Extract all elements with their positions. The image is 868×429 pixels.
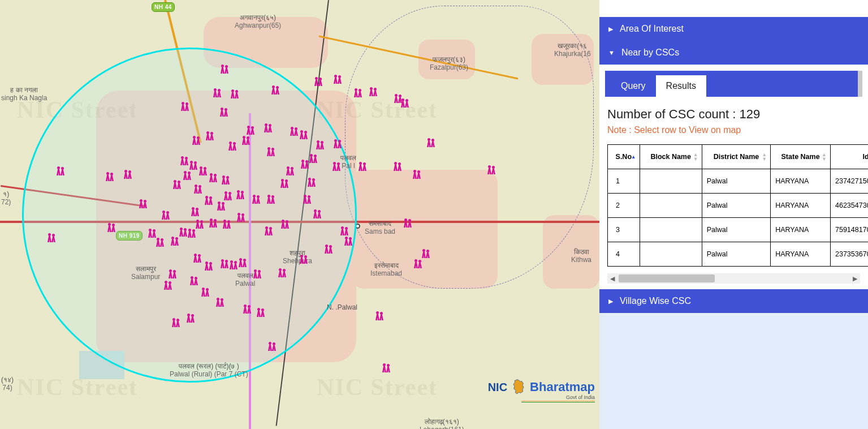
results-table: S.No ▲ Block Name ▲▼ District Name ▲▼ St… (607, 144, 868, 267)
col-id[interactable]: Id ▲▼ (831, 145, 868, 169)
results-table-wrap[interactable]: S.No ▲ Block Name ▲▼ District Name ▲▼ St… (599, 144, 868, 271)
accordion-nearby-cscs[interactable]: ▼ Near by CSCs (599, 41, 868, 65)
col-district[interactable]: District Name ▲▼ (702, 145, 770, 169)
table-row[interactable]: 2PalwalHARYANA462354730019 (608, 194, 869, 218)
col-sno[interactable]: S.No ▲ (608, 145, 640, 169)
cell-block (640, 218, 702, 242)
map-canvas[interactable]: NH 44 NH 919 NIC Street NIC Street NIC S… (0, 0, 599, 429)
tabs: Query Results (605, 71, 862, 97)
nearby-cscs-section: Query Results Number of CSC count : 129 … (599, 65, 868, 289)
accordion-village-wise-csc[interactable]: ▶ Village Wise CSC (599, 289, 868, 313)
accordion-label: Area Of Interest (620, 24, 684, 34)
cell-block (640, 194, 702, 218)
note-label: Note : Select row to View on map (607, 125, 860, 135)
table-row[interactable]: 1PalwalHARYANA237427150018 (608, 169, 869, 194)
cell-district: Palwal (702, 169, 770, 194)
accordion-area-of-interest[interactable]: ▶ Area Of Interest (599, 17, 868, 41)
table-row[interactable]: 4PalwalHARYANA237353670011 (608, 242, 869, 267)
cell-sno: 4 (608, 242, 640, 267)
table-row[interactable]: 3PalwalHARYANA759148170018 (608, 218, 869, 242)
cell-id: 462354730019 (831, 194, 868, 218)
scroll-right-icon[interactable]: ▶ (850, 273, 860, 284)
accordion-label: Near by CSCs (621, 48, 679, 58)
scroll-left-icon[interactable]: ◀ (607, 273, 617, 284)
csc-count-label: Number of CSC count : 129 (607, 107, 860, 122)
search-radius-circle (22, 48, 357, 383)
tabs-scrollbar[interactable] (858, 71, 862, 97)
cell-id: 759148170018 (831, 218, 868, 242)
col-block[interactable]: Block Name ▲▼ (640, 145, 702, 169)
horizontal-scrollbar[interactable]: ◀ ▶ (607, 273, 860, 284)
chevron-right-icon: ▶ (608, 298, 613, 305)
cell-state: HARYANA (771, 169, 831, 194)
sort-icon[interactable]: ▲▼ (693, 152, 698, 161)
chevron-right-icon: ▶ (608, 25, 613, 33)
tab-results[interactable]: Results (656, 75, 706, 97)
col-state[interactable]: State Name ▲▼ (771, 145, 831, 169)
chevron-down-icon: ▼ (608, 49, 615, 56)
cell-district: Palwal (702, 218, 770, 242)
scroll-thumb[interactable] (619, 274, 715, 282)
accordion-label: Village Wise CSC (620, 296, 691, 306)
cell-district: Palwal (702, 194, 770, 218)
cell-block (640, 242, 702, 267)
cell-sno: 1 (608, 169, 640, 194)
sort-icon[interactable]: ▲▼ (822, 152, 827, 161)
cell-block (640, 169, 702, 194)
sort-icon[interactable]: ▲▼ (762, 152, 767, 161)
cell-id: 237427150018 (831, 169, 868, 194)
side-panel: ▶ Area Of Interest ▼ Near by CSCs Query … (599, 0, 868, 429)
cell-id: 237353670011 (831, 242, 868, 267)
cell-state: HARYANA (771, 218, 831, 242)
tab-query[interactable]: Query (611, 75, 656, 97)
cell-district: Palwal (702, 242, 770, 267)
sort-icon[interactable]: ▲ (631, 155, 636, 159)
cell-state: HARYANA (771, 242, 831, 267)
cell-sno: 3 (608, 218, 640, 242)
cell-state: HARYANA (771, 194, 831, 218)
cell-sno: 2 (608, 194, 640, 218)
highway-shield-nh44: NH 44 (152, 2, 175, 12)
